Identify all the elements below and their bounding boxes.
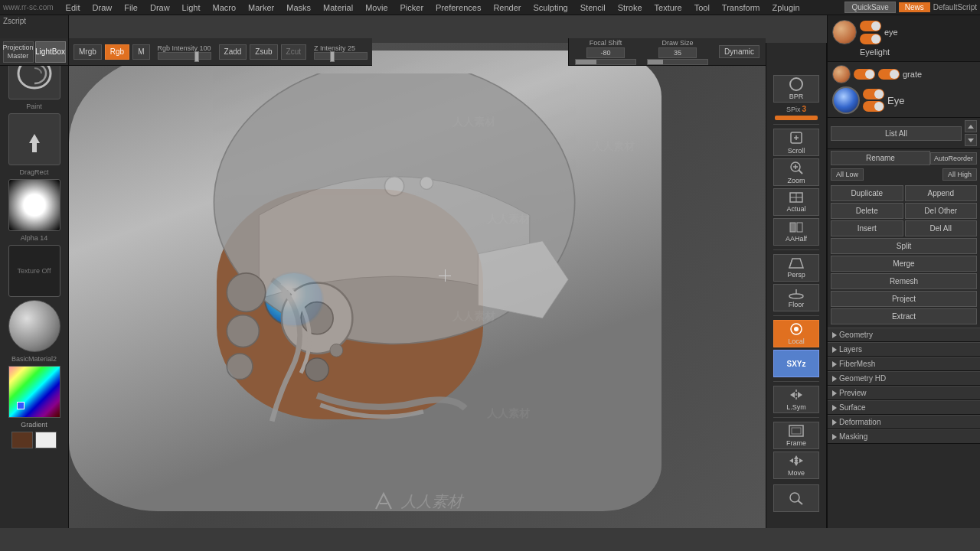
geometry-section-header[interactable]: Geometry: [828, 328, 980, 342]
toggle-grate-2[interactable]: [878, 69, 900, 80]
swatch-dark[interactable]: [11, 432, 33, 448]
menu-movie[interactable]: Movie: [362, 3, 390, 12]
toggle-eye-1[interactable]: [860, 21, 881, 31]
delete-button[interactable]: Delete: [831, 203, 903, 219]
menu-light[interactable]: Light: [179, 3, 204, 12]
divider-5: [773, 417, 819, 418]
menu-stencil[interactable]: Stencil: [577, 3, 609, 12]
projection-master-button[interactable]: ProjectionMaster: [3, 41, 34, 63]
lightbox-button[interactable]: LightBox: [35, 41, 66, 63]
floor-button[interactable]: Floor: [773, 284, 819, 311]
zadd-button[interactable]: Zadd: [219, 44, 247, 60]
toggle-eye-blue-2[interactable]: [863, 101, 884, 112]
rgb-button[interactable]: Rgb: [105, 44, 129, 60]
model-viewport[interactable]: 人人素材 人人素材 人人素材 人人素材 人人素材 人人素材: [69, 43, 766, 528]
extract-button[interactable]: Extract: [831, 308, 977, 324]
layers-section-header[interactable]: Layers: [828, 342, 980, 357]
append-button[interactable]: Append: [905, 185, 978, 201]
insert-button[interactable]: Insert: [831, 220, 903, 236]
zoom-button[interactable]: Zoom: [773, 158, 819, 186]
swatch-light[interactable]: [35, 432, 57, 448]
mrgb-button[interactable]: Mrgb: [74, 44, 102, 60]
z-intensity-slider[interactable]: [314, 52, 368, 60]
bpr-button[interactable]: BPR: [773, 75, 819, 103]
draw-size-slider[interactable]: [647, 59, 708, 65]
quicksave-button[interactable]: QuickSave: [844, 2, 895, 13]
menu-preferences[interactable]: Preferences: [433, 3, 484, 12]
m-button[interactable]: M: [132, 44, 149, 60]
sxyz-button[interactable]: SXYz: [773, 350, 819, 377]
lsym-button[interactable]: L.Sym: [773, 386, 819, 413]
zsub-button[interactable]: Zsub: [250, 44, 277, 60]
frame-button[interactable]: Frame: [773, 422, 819, 449]
color-picker[interactable]: [8, 366, 60, 418]
menu-transform[interactable]: Transform: [719, 3, 763, 12]
fibermesh-section-header[interactable]: FiberMesh: [828, 357, 980, 371]
svg-point-39: [794, 327, 799, 331]
masking-section-header[interactable]: Masking: [828, 429, 980, 444]
duplicate-button[interactable]: Duplicate: [831, 185, 903, 201]
geometry-hd-section-header[interactable]: Geometry HD: [828, 371, 980, 386]
eye-sphere-1[interactable]: [832, 20, 857, 44]
auto-reorder-button[interactable]: AutoReorder: [930, 152, 977, 165]
drag-rect-tool[interactable]: [8, 113, 60, 165]
surface-section-header[interactable]: Surface: [828, 400, 980, 415]
canvas-area[interactable]: 人人素材 人人素材 人人素材 人人素材 人人素材 人人素材: [69, 43, 766, 528]
move-button[interactable]: Move: [773, 452, 819, 479]
menu-texture[interactable]: Texture: [652, 3, 685, 12]
menu-draw[interactable]: Draw: [90, 3, 116, 12]
remesh-button[interactable]: Remesh: [831, 273, 977, 289]
menu-sculpting[interactable]: Sculpting: [530, 3, 570, 12]
menu-tool[interactable]: Tool: [691, 3, 713, 12]
menu-material[interactable]: Material: [320, 3, 356, 12]
dynamic-button[interactable]: Dynamic: [719, 45, 760, 58]
persp-button[interactable]: Persp: [773, 254, 819, 282]
merge-button[interactable]: Merge: [831, 256, 977, 272]
all-high-button[interactable]: All High: [942, 168, 977, 181]
alpha-preview[interactable]: [8, 179, 60, 231]
focal-shift-slider[interactable]: [575, 59, 636, 65]
preview-section-header[interactable]: Preview: [828, 386, 980, 400]
del-all-button[interactable]: Del All: [905, 220, 978, 236]
menu-macro[interactable]: Macro: [209, 3, 239, 12]
actual-label: Actual: [786, 205, 805, 213]
texture-preview[interactable]: Texture Off: [8, 245, 60, 297]
toggle-eye-2[interactable]: [860, 34, 881, 44]
svg-rect-34: [797, 223, 802, 232]
menu-render[interactable]: Render: [490, 3, 524, 12]
project-button[interactable]: Project: [831, 291, 977, 307]
toggle-grate[interactable]: [854, 69, 875, 80]
focal-shift-value[interactable]: -80: [586, 47, 625, 58]
scroll-down-button[interactable]: [965, 134, 977, 146]
news-button[interactable]: News: [899, 2, 930, 12]
eye-sphere-small[interactable]: [832, 65, 851, 83]
aahalf-button[interactable]: AAHalf: [773, 218, 819, 246]
all-low-button[interactable]: All Low: [831, 168, 864, 181]
draw-size-value[interactable]: 35: [658, 47, 697, 58]
rename-button[interactable]: Rename: [831, 151, 930, 165]
menu-marker[interactable]: Marker: [245, 3, 277, 12]
menu-masks[interactable]: Masks: [283, 3, 314, 12]
actual-button[interactable]: Actual: [773, 188, 819, 216]
menu-stroke[interactable]: Stroke: [615, 3, 645, 12]
menu-picker[interactable]: Picker: [397, 3, 427, 12]
rename-row: Rename AutoReorder: [828, 149, 980, 167]
scroll-down-icon: [968, 139, 974, 142]
scroll-button[interactable]: Scroll: [773, 129, 819, 156]
zcut-button[interactable]: Zcut: [281, 44, 306, 60]
eye-sphere-blue[interactable]: [832, 86, 860, 114]
menu-file[interactable]: File: [121, 3, 141, 12]
split-button[interactable]: Split: [831, 238, 977, 254]
list-all-button[interactable]: List All: [831, 126, 962, 141]
toggle-eye-blue[interactable]: [863, 89, 884, 99]
magnify-button[interactable]: [773, 484, 819, 512]
menu-zplugin[interactable]: Zplugin: [769, 3, 803, 12]
menu-draw2[interactable]: Draw: [147, 3, 173, 12]
menu-edit[interactable]: Edit: [63, 3, 83, 12]
del-other-button[interactable]: Del Other: [905, 203, 978, 219]
rgb-intensity-slider[interactable]: [158, 52, 211, 60]
scroll-up-button[interactable]: [965, 120, 977, 132]
deformation-section-header[interactable]: Deformation: [828, 415, 980, 429]
local-button[interactable]: Local: [773, 320, 819, 347]
material-preview[interactable]: [8, 300, 60, 352]
